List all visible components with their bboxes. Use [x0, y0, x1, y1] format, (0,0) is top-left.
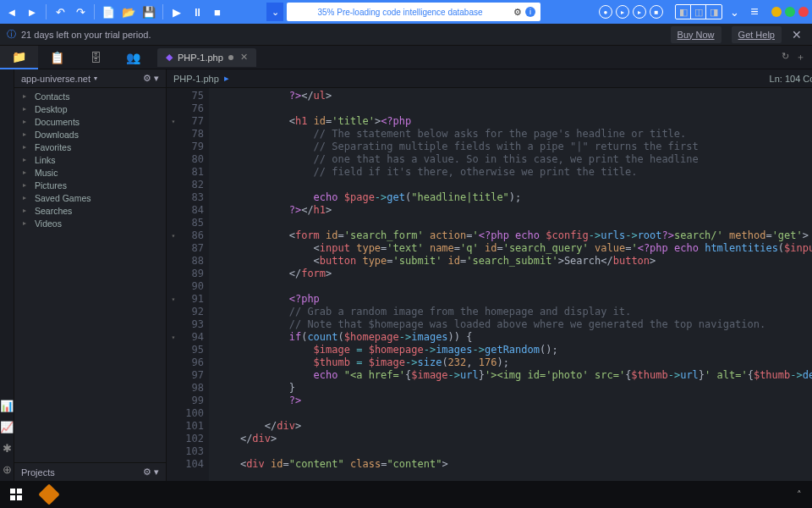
close-icon[interactable] — [798, 7, 809, 17]
continue-icon[interactable]: ▸ — [633, 5, 646, 19]
minimize-icon[interactable] — [771, 7, 782, 17]
new-tab-icon[interactable]: ＋ — [796, 51, 805, 64]
open-button[interactable]: 📂 — [120, 3, 137, 20]
record-icon[interactable]: ● — [599, 5, 612, 19]
tree-item[interactable]: ▸Pictures — [14, 179, 166, 191]
forward-button[interactable]: ► — [24, 3, 41, 20]
tree-item[interactable]: ▸Contacts — [14, 90, 166, 102]
back-button[interactable]: ◄ — [3, 3, 20, 20]
file-tab-name: PHP-1.php — [178, 52, 223, 63]
host-name[interactable]: app-universe.net — [21, 74, 91, 84]
debug-buttons: ● ▸ ▸ ■ — [599, 5, 663, 19]
tray-up-icon[interactable]: ˄ — [797, 489, 802, 500]
address-bar[interactable]: 35% Pre-loading code intelligence databa… — [287, 3, 540, 21]
layout-dropdown[interactable]: ⌄ — [726, 3, 743, 20]
activity-bar: 📊 📈 ✱ ⊕ — [0, 69, 14, 481]
undo-button[interactable]: ↶ — [52, 3, 69, 20]
svg-rect-0 — [10, 489, 15, 494]
layout-right-icon[interactable]: ◨ — [706, 5, 721, 19]
tab-row: 📁 📋 🗄 👥 ◆ PHP-1.php ✕ ↻ ＋ — [0, 46, 812, 69]
address-status: 35% Pre-loading code intelligence databa… — [292, 8, 508, 17]
info-icon[interactable]: i — [525, 7, 535, 17]
database-tab-icon[interactable]: 🗄 — [76, 46, 114, 69]
info-icon: ⓘ — [7, 28, 16, 41]
app-task-item[interactable] — [36, 483, 63, 506]
code-editor[interactable]: ▾▾▾▾ 75767778798081828384858687888990919… — [167, 88, 812, 481]
layout-split-icon[interactable]: ◫ — [691, 5, 706, 19]
modified-indicator — [228, 55, 233, 60]
save-button[interactable]: 💾 — [140, 3, 157, 20]
tree-item[interactable]: ▸Downloads — [14, 128, 166, 141]
get-help-button[interactable]: Get Help — [732, 26, 782, 43]
maximize-icon[interactable] — [785, 7, 795, 17]
buy-now-button[interactable]: Buy Now — [671, 26, 721, 43]
taskbar: ˄ — [0, 481, 812, 508]
notification-close-icon[interactable]: ✕ — [788, 28, 805, 41]
run-button[interactable]: ▶ — [168, 3, 185, 20]
history-dropdown[interactable]: ⌄ — [266, 3, 283, 21]
projects-gear-icon[interactable]: ⚙ ▾ — [143, 467, 159, 478]
stop-debug-icon[interactable]: ■ — [650, 5, 663, 19]
tree-item[interactable]: ▸Music — [14, 166, 166, 179]
file-tab[interactable]: ◆ PHP-1.php ✕ — [157, 48, 256, 67]
layout-buttons: ◧ ◫ ◨ — [675, 4, 722, 19]
cursor-position[interactable]: Ln: 104 Col: 39 — [770, 74, 812, 84]
breadcrumb-file[interactable]: PHP-1.php — [173, 74, 219, 84]
main-toolbar: ◄ ► ↶ ↷ 📄 📂 💾 ▶ ⏸ ■ ⌄ 35% Pre-loading co… — [0, 0, 812, 24]
tree-item[interactable]: ▸Links — [14, 153, 166, 166]
start-button[interactable] — [3, 482, 29, 507]
svg-rect-3 — [17, 495, 22, 500]
file-tree: ▸Contacts▸Desktop▸Documents▸Downloads▸Fa… — [14, 88, 166, 462]
trial-message: 21 days left on your trial period. — [21, 30, 151, 40]
pause-button[interactable]: ⏸ — [189, 3, 206, 20]
svg-rect-1 — [17, 489, 22, 494]
users-tab-icon[interactable]: 👥 — [114, 46, 152, 69]
php-icon: ◆ — [166, 52, 173, 63]
menu-icon[interactable]: ≡ — [746, 3, 763, 20]
breadcrumb-chevron-icon: ▸ — [224, 73, 229, 84]
star-icon[interactable]: ✱ — [3, 442, 12, 455]
tree-item[interactable]: ▸Documents — [14, 115, 166, 128]
projects-label[interactable]: Projects — [21, 467, 55, 478]
tree-item[interactable]: ▸Videos — [14, 217, 166, 229]
globe-icon[interactable]: ⊕ — [3, 463, 12, 476]
step-icon[interactable]: ▸ — [616, 5, 629, 19]
stop-button[interactable]: ■ — [209, 3, 226, 20]
chart-icon[interactable]: 📊 — [0, 400, 14, 412]
line-chart-icon[interactable]: 📈 — [0, 421, 14, 433]
copy-tab-icon[interactable]: 📋 — [38, 46, 76, 69]
tree-item[interactable]: ▸Searches — [14, 204, 166, 217]
gear-icon[interactable]: ⚙ — [513, 7, 522, 18]
tree-item[interactable]: ▸Favorites — [14, 141, 166, 153]
tree-item[interactable]: ▸Saved Games — [14, 191, 166, 204]
tree-item[interactable]: ▸Desktop — [14, 102, 166, 115]
breadcrumb-bar: PHP-1.php ▸ Ln: 104 Col: 39 UTF-8▾ 👁 PHP… — [167, 69, 812, 88]
notification-bar: ⓘ 21 days left on your trial period. Buy… — [0, 24, 812, 46]
sidebar-gear-icon[interactable]: ⚙ ▾ — [143, 73, 159, 84]
new-file-button[interactable]: 📄 — [100, 3, 117, 20]
recent-files-icon[interactable]: ↻ — [782, 51, 789, 64]
redo-button[interactable]: ↷ — [72, 3, 89, 20]
svg-rect-2 — [10, 495, 15, 500]
sidebar: app-universe.net ▾ ⚙ ▾ ▸Contacts▸Desktop… — [14, 69, 167, 481]
tab-close-icon[interactable]: ✕ — [240, 52, 248, 63]
files-tab-icon[interactable]: 📁 — [0, 46, 38, 69]
layout-left-icon[interactable]: ◧ — [676, 5, 691, 19]
host-dropdown-icon[interactable]: ▾ — [94, 75, 97, 82]
